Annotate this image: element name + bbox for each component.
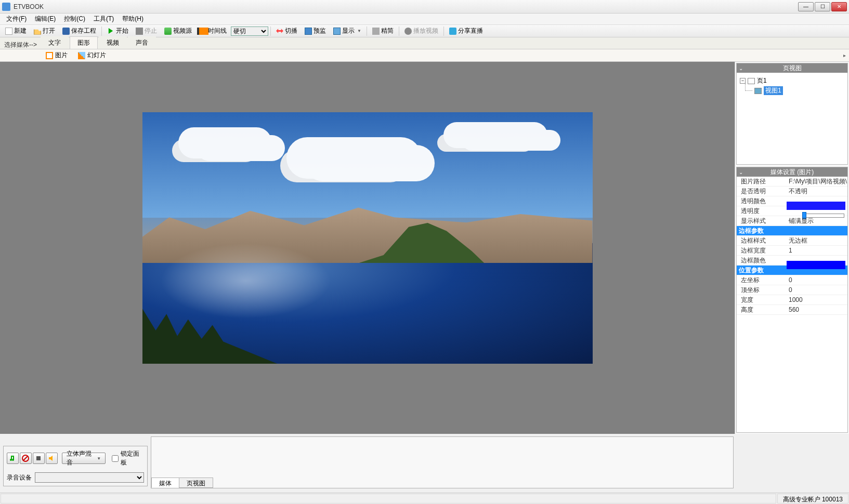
toolbar-open-label: 打开 (43, 26, 55, 35)
maximize-button[interactable]: ☐ (815, 2, 830, 11)
prop-value: 560 (787, 306, 847, 313)
audio-off-button[interactable] (20, 453, 32, 464)
stereo-mix-button[interactable]: 立体声混音▼ (62, 453, 106, 464)
menu-edit[interactable]: 编辑(E) (31, 14, 60, 24)
prop-row-width[interactable]: 宽度1000 (737, 295, 847, 305)
ribbon-expand-arrow[interactable]: ▸ (843, 52, 846, 58)
toolbar-save-button[interactable]: 保存工程 (59, 25, 99, 36)
toolbar-stop-button[interactable]: 停止 (133, 25, 160, 36)
ribbon-tab-text[interactable]: 文字 (41, 36, 69, 49)
menu-tools[interactable]: 工具(T) (89, 14, 118, 24)
prop-value: 无边框 (787, 236, 847, 245)
toolbar-switch-label: 切播 (285, 26, 297, 35)
tree-root-label: 页1 (757, 76, 767, 85)
switch-icon (276, 28, 283, 35)
prop-row-border-width[interactable]: 边框宽度1 (737, 246, 847, 256)
prop-value: 0 (787, 276, 847, 284)
prop-value: 0 (787, 286, 847, 294)
new-icon (5, 28, 12, 35)
minimize-button[interactable]: — (798, 2, 814, 11)
menu-file[interactable]: 文件(F) (2, 14, 31, 24)
toolbar-switch-button[interactable]: 切播 (273, 25, 301, 36)
simple-icon (372, 28, 380, 35)
prop-label: 图片路径 (737, 177, 787, 186)
toolbar-open-button[interactable]: 打开 (31, 25, 58, 36)
bottom-tabs: 媒体 页视图 (151, 478, 213, 488)
toolbar-stop-label: 停止 (145, 26, 157, 35)
tree-row-child[interactable]: 视图1 (740, 86, 844, 96)
ribbon-image-button[interactable]: 图片 (42, 50, 72, 61)
menu-control[interactable]: 控制(C) (60, 14, 89, 24)
status-fill (1, 494, 776, 503)
page-icon (748, 78, 755, 84)
lock-panel-input[interactable] (112, 455, 119, 462)
audio-on-button[interactable] (7, 453, 19, 464)
play-icon (404, 28, 412, 35)
ribbon-slides-button[interactable]: 幻灯片 (74, 50, 110, 61)
close-button[interactable]: ✕ (831, 2, 847, 11)
prop-row-image-path[interactable]: 图片路径F:\My\项目\网络视频\ (737, 177, 847, 187)
panel-collapse-icon[interactable]: ⌄ (739, 169, 743, 175)
toolbar-start-button[interactable]: 开始 (104, 25, 132, 36)
bottom-tab-pageview[interactable]: 页视图 (179, 478, 213, 488)
toolbar-timeline-button[interactable]: 时间线 (196, 25, 230, 36)
canvas-image[interactable] (142, 112, 593, 364)
prop-label: 顶坐标 (737, 286, 787, 295)
toolbar-monitor-button[interactable]: 预监 (302, 25, 329, 36)
panel-collapse-icon[interactable]: ⌄ (739, 65, 743, 71)
prop-label: 边框样式 (737, 236, 787, 245)
toolbar-playback-label: 播放视频 (413, 26, 438, 35)
prop-row-transparent[interactable]: 是否透明不透明 (737, 187, 847, 196)
prop-row-display-style[interactable]: 显示样式铺满显示 (737, 216, 847, 226)
prop-row-trans-color[interactable]: 透明颜色 (737, 196, 847, 206)
transition-select[interactable]: 硬切 (231, 26, 268, 36)
status-bar: 高级专业帐户 100013 (0, 493, 849, 504)
menu-help[interactable]: 帮助(H) (118, 14, 148, 24)
audio-speaker-button[interactable] (46, 453, 58, 464)
color-swatch[interactable] (787, 202, 845, 210)
start-icon (107, 28, 114, 35)
tree-row-root[interactable]: − 页1 (740, 76, 844, 86)
toolbar-separator (399, 26, 399, 36)
toolbar-display-button[interactable]: 显示▼ (330, 25, 364, 36)
prop-section-border: 边框参数 (737, 226, 847, 236)
toolbar-save-label: 保存工程 (71, 26, 96, 35)
recording-device-select[interactable] (35, 472, 144, 483)
canvas-area[interactable] (0, 62, 735, 434)
chevron-down-icon: ▼ (97, 456, 101, 461)
toolbar-simple-button[interactable]: 精简 (369, 25, 397, 36)
share-icon (449, 28, 456, 35)
svg-rect-2 (36, 456, 41, 460)
lock-panel-checkbox[interactable]: 锁定面板 (112, 449, 144, 467)
videosource-icon (164, 28, 172, 35)
prop-row-border-style[interactable]: 边框样式无边框 (737, 236, 847, 246)
prop-row-left[interactable]: 左坐标0 (737, 275, 847, 285)
props-body: 图片路径F:\My\项目\网络视频\ 是否透明不透明 透明颜色 透明度 显示样式… (737, 177, 847, 315)
audio-stop-button[interactable] (33, 453, 45, 464)
audio-buttons: 立体声混音▼ 锁定面板 (7, 449, 144, 467)
prop-row-top[interactable]: 顶坐标0 (737, 285, 847, 295)
toolbar-playback-button[interactable]: 播放视频 (401, 25, 441, 36)
toolbar-share-label: 分享直播 (458, 26, 483, 35)
window-title: ETVBOOK (14, 3, 798, 10)
toolbar-new-label: 新建 (14, 26, 27, 35)
media-settings-panel: ⌄ 媒体设置 (图片) 图片路径F:\My\项目\网络视频\ 是否透明不透明 透… (736, 167, 848, 433)
bottom-tab-media[interactable]: 媒体 (151, 478, 179, 488)
color-swatch[interactable] (787, 261, 845, 269)
toolbar-display-label: 显示 (342, 26, 355, 35)
toolbar-new-button[interactable]: 新建 (2, 25, 30, 36)
toolbar-share-button[interactable]: 分享直播 (446, 25, 486, 36)
toolbar-videosource-button[interactable]: 视频源 (161, 25, 195, 36)
tree-body: − 页1 视图1 (737, 73, 847, 99)
image-icon (46, 52, 53, 59)
tree-expand-icon[interactable]: − (740, 78, 746, 84)
prop-row-height[interactable]: 高度560 (737, 305, 847, 315)
media-settings-header: ⌄ 媒体设置 (图片) (737, 167, 847, 177)
ribbon-tab-sound[interactable]: 声音 (128, 36, 156, 49)
prop-row-border-color[interactable]: 边框颜色 (737, 256, 847, 266)
timeline-icon (199, 28, 206, 35)
slides-icon (78, 52, 85, 59)
ribbon-tab-video[interactable]: 视频 (99, 36, 127, 49)
prop-value: 铺满显示 (787, 217, 847, 226)
ribbon-tab-shape[interactable]: 图形 (70, 36, 98, 49)
